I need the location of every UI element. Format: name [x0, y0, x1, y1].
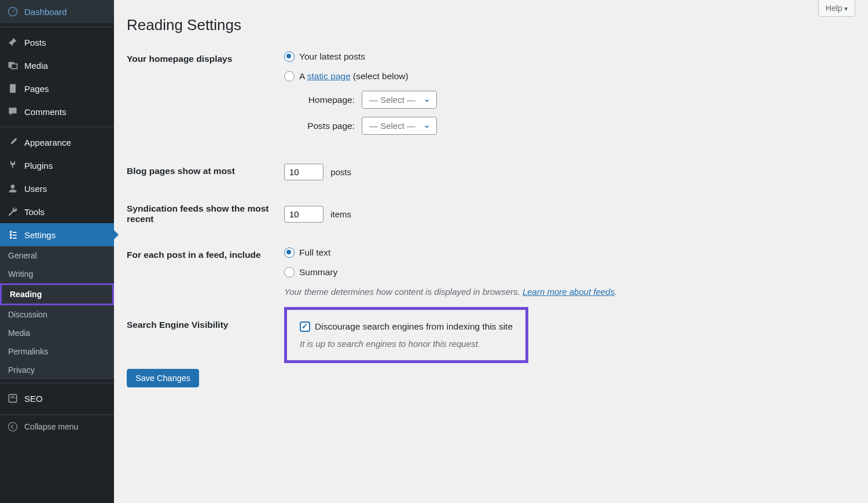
- radio-static-page-label: A static page (select below): [299, 71, 409, 82]
- sidebar-item-media[interactable]: Media: [0, 54, 114, 77]
- comment-icon: [7, 106, 19, 117]
- sidebar-item-label: Users: [24, 184, 47, 194]
- save-changes-button[interactable]: Save Changes: [127, 369, 199, 387]
- discourage-checkbox[interactable]: [300, 321, 310, 332]
- feed-desc-prefix: Your theme determines how content is dis…: [284, 287, 523, 297]
- wrench-icon: [7, 206, 19, 217]
- dashboard-icon: [7, 6, 19, 17]
- syndication-input[interactable]: [284, 206, 323, 223]
- menu-separator: [0, 127, 114, 127]
- static-page-link[interactable]: static page: [307, 71, 351, 81]
- sub-item-discussion[interactable]: Discussion: [0, 305, 114, 324]
- search-engine-note: It is up to search engines to honor this…: [300, 339, 513, 349]
- sidebar-item-label: Comments: [24, 107, 67, 117]
- homepage-select-label: Homepage:: [297, 95, 355, 105]
- sub-item-writing[interactable]: Writing: [0, 265, 114, 283]
- radio-static-page[interactable]: [284, 71, 295, 82]
- homepage-select[interactable]: — Select —: [362, 91, 437, 109]
- sidebar-item-label: Posts: [24, 38, 46, 47]
- feed-include-label: For each post in a feed, include: [127, 237, 277, 307]
- search-engine-label: Search Engine Visibility: [127, 307, 277, 363]
- seo-icon: [7, 393, 19, 400]
- media-icon: [7, 60, 19, 71]
- homepage-displays-label: Your homepage displays: [127, 41, 277, 153]
- radio-latest-posts[interactable]: [284, 51, 295, 62]
- postspage-select[interactable]: — Select —: [362, 117, 437, 135]
- sidebar-item-comments[interactable]: Comments: [0, 100, 114, 123]
- sidebar-item-label: Pages: [24, 84, 49, 94]
- settings-submenu: General Writing Reading Discussion Media…: [0, 246, 114, 379]
- feed-description: Your theme determines how content is dis…: [284, 287, 848, 297]
- svg-rect-2: [12, 64, 17, 69]
- blog-pages-label: Blog pages show at most: [127, 153, 277, 191]
- feeds-link[interactable]: Learn more about feeds: [523, 287, 615, 297]
- brush-icon: [7, 136, 19, 148]
- sidebar-item-posts[interactable]: Posts: [0, 31, 114, 54]
- sidebar-item-seo[interactable]: SEO: [0, 387, 114, 400]
- sub-item-reading[interactable]: Reading: [0, 283, 114, 305]
- menu-separator: [0, 27, 114, 27]
- sidebar-item-appearance[interactable]: Appearance: [0, 131, 114, 154]
- sidebar-item-label: Plugins: [24, 161, 53, 171]
- menu-separator: [0, 383, 114, 383]
- radio-summary-label: Summary: [299, 267, 337, 278]
- sidebar-item-label: Dashboard: [24, 7, 67, 17]
- radio-summary[interactable]: [284, 267, 295, 278]
- sidebar-item-label: Settings: [24, 230, 56, 240]
- syndication-label: Syndication feeds show the most recent: [127, 191, 277, 237]
- pin-icon: [7, 36, 19, 48]
- sidebar-item-dashboard[interactable]: Dashboard: [0, 0, 114, 23]
- svg-rect-5: [9, 394, 16, 400]
- admin-sidebar: Dashboard Posts Media Pages Comments App…: [0, 0, 114, 400]
- syndication-suffix: items: [330, 209, 351, 219]
- svg-point-4: [11, 184, 15, 188]
- search-engine-highlight: Discourage search engines from indexing …: [284, 307, 528, 363]
- help-button[interactable]: Help: [818, 0, 855, 17]
- static-prefix: A: [299, 71, 307, 81]
- settings-form: Your homepage displays Your latest posts…: [127, 41, 855, 363]
- sidebar-item-plugins[interactable]: Plugins: [0, 154, 114, 177]
- sidebar-item-tools[interactable]: Tools: [0, 200, 114, 223]
- blog-pages-suffix: posts: [330, 167, 351, 177]
- radio-full-text[interactable]: [284, 247, 295, 258]
- sidebar-item-settings[interactable]: Settings: [0, 223, 114, 246]
- sidebar-item-label: SEO: [24, 394, 43, 401]
- discourage-checkbox-label: Discourage search engines from indexing …: [315, 321, 513, 332]
- sub-item-permalinks[interactable]: Permalinks: [0, 342, 114, 361]
- sidebar-item-label: Appearance: [24, 138, 71, 147]
- sidebar-item-label: Media: [24, 61, 48, 71]
- sub-item-general[interactable]: General: [0, 246, 114, 265]
- sidebar-item-users[interactable]: Users: [0, 177, 114, 200]
- sub-item-media[interactable]: Media: [0, 324, 114, 342]
- svg-rect-3: [10, 84, 16, 93]
- sidebar-item-pages[interactable]: Pages: [0, 77, 114, 100]
- page-icon: [7, 83, 19, 94]
- settings-icon: [7, 229, 19, 241]
- sidebar-item-label: Tools: [24, 207, 45, 217]
- radio-full-text-label: Full text: [299, 247, 330, 258]
- user-icon: [7, 183, 19, 194]
- postspage-select-label: Posts page:: [297, 121, 355, 131]
- page-title: Reading Settings: [127, 0, 855, 41]
- plug-icon: [7, 160, 19, 171]
- radio-latest-posts-label: Your latest posts: [299, 51, 365, 62]
- static-suffix: (select below): [351, 71, 409, 81]
- sub-item-privacy[interactable]: Privacy: [0, 361, 114, 379]
- feed-desc-suffix: .: [615, 287, 617, 297]
- main-content: Help Reading Settings Your homepage disp…: [114, 0, 868, 400]
- blog-pages-input[interactable]: [284, 164, 323, 180]
